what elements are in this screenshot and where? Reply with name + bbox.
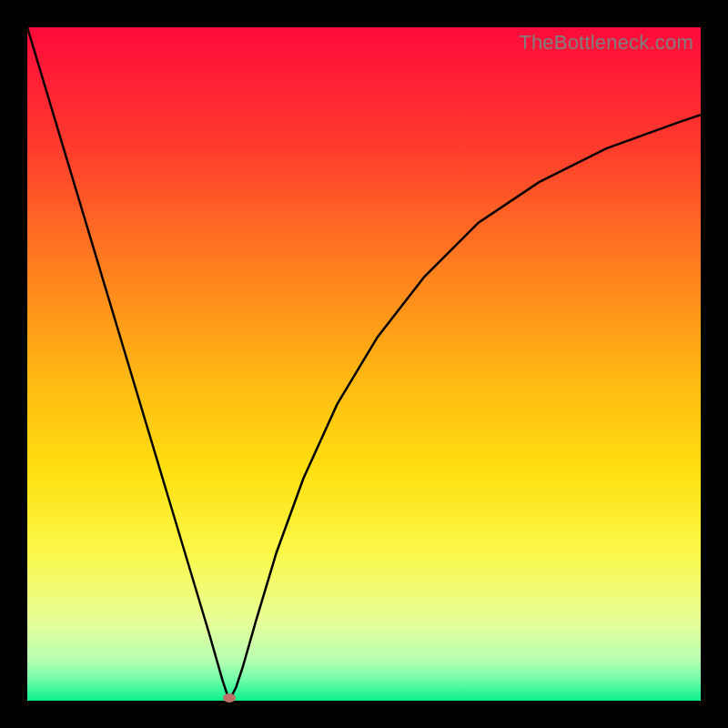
bottleneck-curve (27, 27, 701, 701)
curve-path (27, 27, 701, 701)
chart-frame: TheBottleneck.com (0, 0, 728, 728)
optimal-point-marker (223, 693, 236, 703)
plot-area: TheBottleneck.com (27, 27, 701, 701)
